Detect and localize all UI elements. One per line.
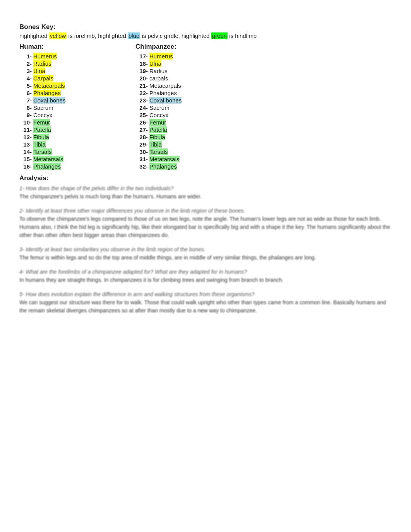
list-item: 32-Phalanges (135, 163, 252, 170)
bone-name: Coccyx (149, 112, 168, 118)
bone-number: 30- (135, 148, 148, 155)
list-item: 13-Tibia (19, 141, 135, 148)
bone-number: 27- (135, 126, 148, 133)
analysis-question: 2- Identify at least three other major d… (19, 208, 392, 214)
list-item: 22-Phalanges (135, 90, 252, 96)
bone-name: Ulna (33, 68, 45, 74)
bone-name: Sacrum (33, 104, 53, 111)
bone-name: Sacrum (149, 104, 170, 111)
human-column: Human: 1-Humerus2-Radius3-Ulna4-Carpals5… (19, 43, 135, 171)
analysis-title: Analysis: (19, 174, 392, 182)
bone-number: 4- (19, 75, 32, 82)
bone-name: Tibia (149, 141, 162, 148)
list-item: 18-Ulna (135, 60, 252, 67)
list-item: 27-Patella (135, 126, 252, 133)
bone-number: 11- (19, 126, 32, 133)
bone-number: 18- (135, 60, 148, 67)
key-line: highlighted yellow is forelimb, highligh… (19, 32, 392, 39)
key-blue: blue (128, 32, 140, 39)
analysis-blocks: 1- How does the shape of the pelvis diff… (19, 185, 392, 315)
key-mid2: is pelvic girdle, highlighted (140, 32, 211, 39)
list-item: 2-Radius (19, 60, 135, 67)
key-mid1: is forelimb, highlighted (67, 32, 128, 39)
list-item: 20-carpals (135, 75, 252, 82)
bone-name: Coxal bones (149, 97, 182, 104)
bone-name: Phalanges (149, 90, 177, 96)
list-item: 15-Metatarsals (19, 156, 135, 162)
bone-name: Metacarpals (149, 82, 181, 89)
bone-name: Radius (33, 60, 51, 67)
bone-name: Coxal bones (33, 97, 65, 104)
bone-number: 20- (135, 75, 148, 82)
list-item: 5-Metacarpals (19, 82, 135, 89)
list-item: 3-Ulna (19, 68, 135, 74)
chimp-bone-list: 17-Humerus18-Ulna19-Radius20-carpals21-M… (135, 53, 252, 170)
bone-name: Metacarpals (33, 82, 65, 89)
bone-number: 24- (135, 104, 148, 111)
bone-name: Femur (33, 119, 50, 126)
key-yellow: yellow (49, 32, 67, 39)
human-bone-list: 1-Humerus2-Radius3-Ulna4-Carpals5-Metaca… (19, 53, 135, 170)
bone-number: 23- (135, 97, 148, 104)
bone-number: 28- (135, 134, 148, 140)
bone-name: Tarsals (33, 148, 52, 155)
list-item: 9-Coccyx (19, 112, 135, 118)
bone-number: 13- (19, 141, 32, 148)
bone-number: 6- (19, 90, 32, 96)
analysis-section: Analysis: 1- How does the shape of the p… (19, 174, 392, 315)
list-item: 21-Metacarpals (135, 82, 252, 89)
bone-number: 7- (19, 97, 32, 104)
bone-name: Coccyx (33, 112, 52, 118)
bone-number: 12- (19, 134, 32, 140)
list-item: 16-Phalanges (19, 163, 135, 170)
list-item: 14-Tarsals (19, 148, 135, 155)
bone-name: Phalanges (149, 163, 177, 170)
analysis-block: 5- How does evolution explain the differ… (19, 291, 392, 315)
bone-number: 5- (19, 82, 32, 89)
bone-number: 8- (19, 104, 32, 111)
list-item: 12-Fibula (19, 134, 135, 140)
bone-name: Humerus (149, 53, 173, 60)
bone-name: Radius (149, 68, 168, 74)
analysis-block: 2- Identify at least three other major d… (19, 208, 392, 239)
bone-name: Carpals (33, 75, 53, 82)
analysis-block: 1- How does the shape of the pelvis diff… (19, 185, 392, 201)
bone-number: 26- (135, 119, 148, 126)
list-item: 31-Metatarsals (135, 156, 252, 162)
analysis-block: 4- What are the forelimbs of a chimpanze… (19, 269, 392, 284)
chimp-column-title: Chimpanzee: (135, 43, 252, 51)
list-item: 24-Sacrum (135, 104, 252, 111)
bone-number: 14- (19, 148, 32, 155)
list-item: 6-Phalanges (19, 90, 135, 96)
bone-number: 22- (135, 90, 148, 96)
bone-name: Fibula (33, 134, 49, 140)
bone-name: Patella (33, 126, 51, 133)
bone-name: Metatarsals (149, 156, 180, 162)
bone-name: Fibula (149, 134, 165, 140)
bone-number: 32- (135, 163, 148, 170)
bone-name: Phalanges (33, 163, 61, 170)
bone-name: Metatarsals (33, 156, 63, 162)
human-column-title: Human: (19, 43, 135, 51)
bone-number: 15- (19, 156, 32, 162)
list-item: 1-Humerus (19, 53, 135, 60)
analysis-question: 5- How does evolution explain the differ… (19, 291, 392, 297)
list-item: 8-Sacrum (19, 104, 135, 111)
list-item: 28-Fibula (135, 134, 252, 140)
bone-number: 2- (19, 60, 32, 67)
bone-number: 1- (19, 53, 32, 60)
bone-number: 9- (19, 112, 32, 118)
list-item: 11-Patella (19, 126, 135, 133)
key-pre: highlighted (19, 32, 49, 39)
bone-number: 3- (19, 68, 32, 74)
list-item: 25-Coccyx (135, 112, 252, 118)
bones-key-section: Bones Key: highlighted yellow is forelim… (19, 23, 392, 39)
analysis-question: 1- How does the shape of the pelvis diff… (19, 185, 392, 191)
bone-number: 29- (135, 141, 148, 148)
list-item: 17-Humerus (135, 53, 252, 60)
analysis-question: 3- Identify at least two similarities yo… (19, 246, 392, 252)
bone-name: Phalanges (33, 90, 61, 96)
bone-name: Tibia (33, 141, 46, 148)
bone-number: 19- (135, 68, 148, 74)
analysis-question: 4- What are the forelimbs of a chimpanze… (19, 269, 392, 275)
